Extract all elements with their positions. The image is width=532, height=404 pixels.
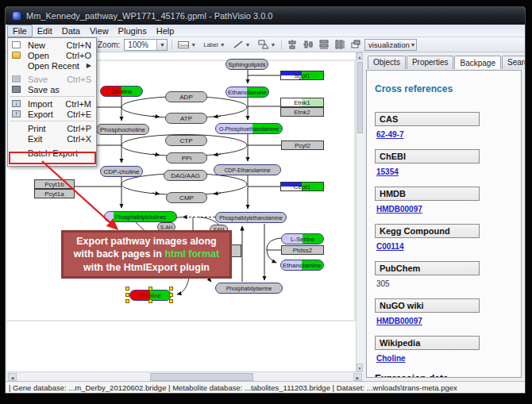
chevron-down-icon[interactable]: ▼ [271, 42, 276, 48]
send-to-back-button[interactable] [349, 39, 361, 50]
scroll-down-icon[interactable]: ▼ [357, 364, 363, 371]
node-ethanolamine-top[interactable]: Ethanolamine [226, 87, 269, 98]
xref-section-wikipedia: Wikipedia Choline [375, 336, 513, 363]
menu-item-shortcut: Ctrl+X [67, 134, 91, 144]
menu-item-exit[interactable]: Exit Ctrl+X [8, 133, 96, 144]
menu-item-shortcut: Ctrl+N [67, 40, 91, 50]
chevron-down-icon[interactable]: ▼ [191, 42, 196, 48]
menu-item-export[interactable]: ↑ Export Ctrl+E [8, 109, 96, 119]
zoom-combobox[interactable]: 100% ▼ [124, 39, 168, 51]
selection-handle[interactable] [169, 287, 173, 290]
xref-link[interactable]: 62-49-7 [376, 130, 513, 139]
gene-box-ptdss2[interactable]: Ptdss2 [281, 245, 324, 255]
gene-box-cept1[interactable]: Cept1 [280, 182, 324, 191]
node-ethanolamine-bottom[interactable]: Ethanolamine [280, 260, 324, 271]
align-center-horizontal-icon [303, 39, 314, 50]
menu-item-save[interactable]: Save Ctrl+S [8, 74, 96, 84]
tab-objects[interactable]: Objects [368, 56, 406, 69]
menu-edit[interactable]: Edit [33, 25, 57, 37]
node-atp[interactable]: ATP [165, 113, 207, 124]
gene-node-button[interactable]: Gene ▼ [176, 39, 198, 51]
scroll-up-icon[interactable]: ▲ [357, 52, 363, 60]
line-tool-button[interactable]: ▼ [231, 39, 253, 51]
align-center-vertical-button[interactable] [286, 39, 298, 50]
canvas-horizontal-scrollbar[interactable]: ◀ ▶ [7, 371, 363, 381]
node-dag-aag[interactable]: DAG/AAG [164, 170, 207, 181]
node-ppi[interactable]: PPi [166, 152, 207, 164]
node-cdp-ethanolamine[interactable]: CDP-Ethanolamine [214, 164, 281, 175]
menu-item-import[interactable]: ↓ Import Ctrl+M [8, 98, 96, 109]
menu-item-new[interactable]: New Ctrl+N [8, 40, 96, 50]
selection-handle[interactable] [148, 299, 152, 303]
shape-tool-button[interactable]: ▼ [256, 39, 278, 51]
distribute-vertical-button[interactable] [333, 39, 345, 50]
menu-item-open[interactable]: Open Ctrl+O [8, 50, 96, 60]
xref-link[interactable]: Choline [376, 354, 513, 363]
visualization-combobox[interactable]: visualization ▼ [364, 39, 417, 51]
node-cdp-choline[interactable]: CDP-choline [100, 166, 143, 177]
xref-link[interactable]: HMDB00097 [376, 317, 513, 325]
xref-title: HMDB [375, 187, 480, 201]
scroll-left-icon[interactable]: ◀ [8, 373, 17, 381]
selection-handle[interactable] [125, 287, 129, 290]
selection-handle[interactable] [125, 299, 129, 303]
node-ctp[interactable]: CTP [165, 135, 207, 146]
align-center-horizontal-button[interactable] [302, 39, 314, 50]
node-o-phosphoethanolamine[interactable]: O-Phosphoethanolamine [215, 123, 283, 134]
selection-handle[interactable] [125, 293, 129, 297]
status-text: | Gene database: ...m_Derby_20120602.bri… [9, 383, 457, 392]
gene-box-pcyt2[interactable]: Pcyt2 [281, 140, 324, 150]
chevron-down-icon[interactable]: ▼ [245, 42, 251, 48]
node-sphingolipids[interactable]: Sphingolipids [226, 59, 268, 70]
gene-box-etnk2[interactable]: Etnk2 [280, 107, 324, 117]
node-adp[interactable]: ADP [165, 91, 207, 102]
menu-help[interactable]: Help [152, 25, 179, 37]
gene-box-sgpl1[interactable]: Sgpl1 [280, 71, 324, 80]
zoom-dropdown-icon[interactable]: ▼ [156, 40, 167, 50]
line-tool-icon [233, 40, 244, 49]
menu-file[interactable]: File [7, 25, 33, 37]
tab-search[interactable]: Search [502, 56, 526, 69]
xref-link[interactable]: C00114 [376, 242, 513, 251]
save-icon [12, 75, 21, 83]
annotation-callout: Export pathway images along with back pa… [61, 230, 232, 279]
node-phosphocholine[interactable]: Phosphocholine [96, 124, 149, 135]
menu-item-print[interactable]: Print Ctrl+P [8, 123, 96, 133]
menu-bar: File Edit Data View Plugins Help [6, 25, 525, 37]
node-l-serine[interactable]: L-Serine [281, 233, 324, 244]
menu-item-shortcut: Ctrl+M [65, 99, 91, 109]
gene-box-etnk1[interactable]: Etnk1 [280, 98, 324, 107]
menu-plugins[interactable]: Plugins [114, 25, 152, 37]
tab-properties[interactable]: Properties [407, 56, 454, 69]
selection-handle[interactable] [148, 287, 152, 290]
tab-backpage[interactable]: Backpage [454, 56, 500, 69]
expression-data-heading: Expression data [375, 373, 513, 378]
label-node-text: Label [203, 41, 218, 48]
chevron-down-icon[interactable]: ▼ [220, 42, 226, 48]
gene-box-pcyt1a[interactable]: Pcyt1a [34, 189, 75, 198]
node-choline-top[interactable]: Choline [100, 86, 143, 97]
gene-box-pcyt1b[interactable]: Pcyt1b [34, 179, 75, 189]
menu-item-shortcut: Ctrl+S [67, 75, 91, 84]
menu-view[interactable]: View [85, 25, 114, 37]
menu-item-save-as[interactable]: Save as [8, 84, 96, 94]
canvas-vertical-scrollbar[interactable]: ▲ ▼ [356, 52, 363, 371]
chevron-down-icon[interactable]: ▼ [410, 42, 416, 48]
node-phosphatidylcholines[interactable]: Phosphatidylcholines [104, 211, 177, 222]
xref-link[interactable]: 15354 [376, 167, 513, 176]
distribute-horizontal-button[interactable] [318, 39, 330, 50]
scroll-right-icon[interactable]: ▶ [353, 373, 362, 381]
menu-item-open-recent[interactable]: Open Recent ▶ [8, 60, 96, 71]
selection-handle[interactable] [169, 293, 173, 297]
node-phosphatidylserine[interactable]: Phosphatidylserine [215, 283, 283, 294]
horizontal-scroll-thumb[interactable] [150, 373, 253, 381]
title-bar[interactable]: Mm_Kennedy_pathway_WP1771_45176.gpml - P… [6, 7, 525, 25]
xref-link[interactable]: HMDB00097 [376, 205, 513, 214]
node-cmp[interactable]: CMP [166, 192, 207, 203]
menu-data[interactable]: Data [57, 25, 85, 37]
selection-handle[interactable] [169, 299, 173, 303]
node-phosphatidylethanolamine[interactable]: Phosphatidylethanolamine [215, 212, 287, 223]
vertical-scroll-thumb[interactable] [357, 62, 363, 133]
file-menu-popup: New Ctrl+N Open Ctrl+O Open Recent ▶ Sav… [7, 37, 97, 167]
label-node-button[interactable]: Label ▼ [202, 39, 226, 51]
